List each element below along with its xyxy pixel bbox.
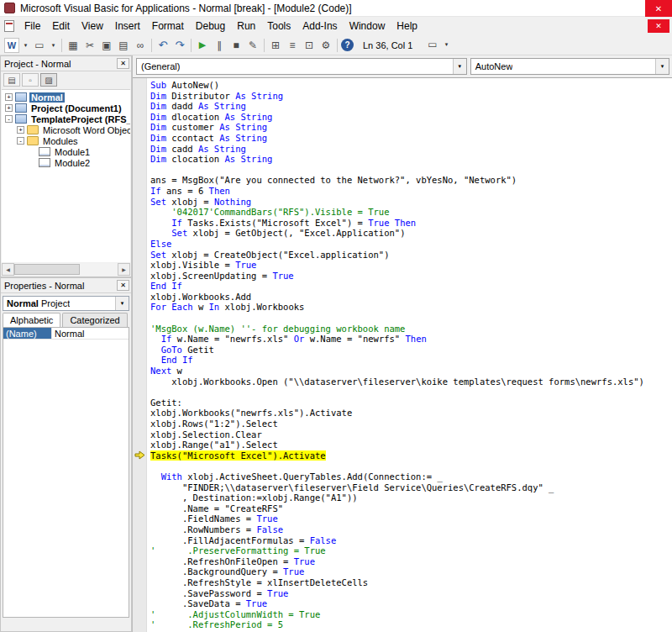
menu-item-insert[interactable]: Insert [109,17,146,35]
find-icon[interactable]: ∞ [133,38,148,53]
properties-panel-close-icon[interactable]: ✕ [117,280,129,291]
undo-icon[interactable]: ↶ [155,38,171,53]
code-line[interactable]: .SavePassword = True [150,588,672,599]
tree-item[interactable]: Module1 [2,146,130,157]
code-line[interactable] [150,165,672,176]
code-line[interactable]: Sub AutoNew() [150,80,672,91]
code-line[interactable]: xlobj.Workbooks.Open ("\\dataserver\file… [150,377,672,387]
code-line[interactable] [150,313,672,324]
code-line[interactable]: If ans = 6 Then [150,186,672,197]
cut-icon[interactable]: ✂ [82,38,97,53]
code-line[interactable]: With xlobj.ActiveSheet.QueryTables.Add(C… [150,471,672,482]
object-selector-dropdown-icon[interactable]: ▾ [115,297,129,310]
code-line[interactable]: Dim customer As String [150,122,672,133]
view-host-dropdown-icon[interactable]: ▾ [21,38,30,53]
code-line[interactable]: xlobj.Range("a1").Select [150,440,672,450]
code-line[interactable]: If w.Name = "newrfs.xls" Or w.Name = "ne… [150,334,672,345]
code-line[interactable]: xlobj.Rows("1:2").Select [150,419,672,429]
code-line[interactable]: Set xlobj = Nothing [150,197,672,208]
code-line[interactable]: .RefreshOnFileOpen = True [150,556,672,567]
code-line[interactable]: xlobj.Selection.Clear [150,429,672,440]
view-object-button[interactable]: ▫ [22,73,39,87]
code-line[interactable]: .Name = "CreateRFS" [150,503,672,514]
breakpoint-margin[interactable] [133,78,147,632]
view-word-icon[interactable]: W [4,38,19,53]
scroll-right-icon[interactable]: ▶ [118,263,130,276]
object-browser-icon[interactable]: ⊡ [302,38,317,53]
code-line[interactable]: Dim cadd As String [150,144,672,155]
code-line[interactable]: End If [150,281,672,292]
tree-item[interactable]: -TemplateProject (RFS_ [2,113,130,124]
code-editor[interactable]: Sub AutoNew()Dim Distributor As StringDi… [133,77,672,632]
code-line[interactable]: Next w [150,366,672,377]
code-line[interactable]: Dim ccontact As String [150,133,672,144]
code-line[interactable]: GoTo Getit [150,345,672,356]
code-line[interactable]: End If [150,355,672,366]
child-window-icon[interactable] [4,20,14,32]
code-line[interactable] [150,387,672,398]
code-line[interactable]: '042017'CommandBars("RFS").Visible = Tru… [150,207,672,218]
tree-item[interactable]: +Project (Document1) [2,103,130,113]
code-line[interactable]: xlobj.ScreenUpdating = True [150,271,672,282]
code-line[interactable]: ans = MsgBox("Are you connected to the N… [150,175,672,186]
menu-item-edit[interactable]: Edit [46,17,76,35]
view-code-button[interactable]: ▤ [3,73,20,87]
save-icon[interactable]: ▦ [66,38,81,53]
expand-icon[interactable]: + [17,126,24,134]
collapse-icon[interactable]: - [5,115,13,123]
code-line[interactable]: xlobj.Visible = True [150,260,672,271]
toolbox-icon[interactable]: ⚙ [318,38,333,53]
insert-dropdown-icon[interactable]: ▾ [49,38,58,53]
code-line[interactable]: .FieldNames = True [150,514,672,524]
tree-item[interactable]: +Normal [2,92,130,103]
properties-panel-header[interactable]: Properties - Normal ✕ [1,278,131,293]
code-line[interactable]: .SaveData = True [150,598,672,609]
code-line[interactable]: xlobj.Workbooks.Add [150,292,672,303]
menu-item-help[interactable]: Help [391,17,423,35]
child-close-button[interactable]: ✕ [648,19,669,33]
help-icon[interactable]: ? [341,39,354,51]
scroll-left-icon[interactable]: ◀ [2,263,14,276]
code-line[interactable]: Tasks("Microsoft Excel").Activate [150,450,672,461]
code-line[interactable]: 'MsgBox (w.Name) ''- for debugging workb… [150,324,672,334]
object-dropdown-icon[interactable]: ▾ [453,59,466,74]
code-line[interactable]: Set xlobj = CreateObject("Excel.applicat… [150,250,672,261]
menu-item-format[interactable]: Format [146,17,190,35]
code-line[interactable]: .RowNumbers = False [150,524,672,535]
code-line[interactable]: Getit: [150,398,672,408]
tab-alphabetic[interactable]: Alphabetic [3,313,60,327]
procedure-dropdown[interactable]: AutoNew ▾ [470,58,669,75]
redo-icon[interactable]: ↷ [172,38,187,53]
scroll-thumb[interactable] [14,264,80,275]
menu-item-tools[interactable]: Tools [261,17,297,35]
menu-item-window[interactable]: Window [344,17,391,35]
close-button[interactable]: ✕ [645,0,672,17]
code-line[interactable]: Else [150,239,672,250]
code-line[interactable]: If Tasks.Exists("Microsoft Excel") = Tru… [150,218,672,229]
code-line[interactable]: For Each w In xlobj.Workbooks [150,302,672,313]
object-dropdown[interactable]: (General) ▾ [136,58,467,75]
property-value-cell[interactable]: Normal [52,328,129,339]
procedure-dropdown-icon[interactable]: ▾ [655,59,669,74]
property-name-cell[interactable]: (Name) [3,328,52,339]
code-line[interactable]: Set xlobj = GetObject(, "Excel.Applicati… [150,228,672,239]
code-line[interactable]: Dim dlocation As String [150,112,672,123]
menu-item-view[interactable]: View [76,17,109,35]
code-line[interactable]: Dim dadd As String [150,101,672,112]
project-tree-hscrollbar[interactable]: ◀ ▶ [2,263,130,276]
scroll-track[interactable] [80,263,118,276]
code-line[interactable]: .FillAdjacentFormulas = False [150,535,672,546]
run-icon[interactable]: ▶ [195,38,210,53]
code-line[interactable]: Dim clocation As String [150,154,672,165]
code-line[interactable]: xlobj.Workbooks("newrfs.xls").Activate [150,408,672,419]
code-line[interactable] [150,461,672,471]
menu-item-add-ins[interactable]: Add-Ins [297,17,343,35]
copy-icon[interactable]: ▣ [99,38,114,53]
menu-item-run[interactable]: Run [231,17,261,35]
tab-categorized[interactable]: Categorized [62,313,127,327]
properties-window-icon[interactable]: ≡ [285,38,300,53]
expand-icon[interactable]: + [5,93,13,101]
properties-object-selector[interactable]: Normal Project ▾ [3,296,129,311]
tree-item[interactable]: -Modules [2,135,130,146]
project-panel-close-icon[interactable]: ✕ [117,58,129,69]
